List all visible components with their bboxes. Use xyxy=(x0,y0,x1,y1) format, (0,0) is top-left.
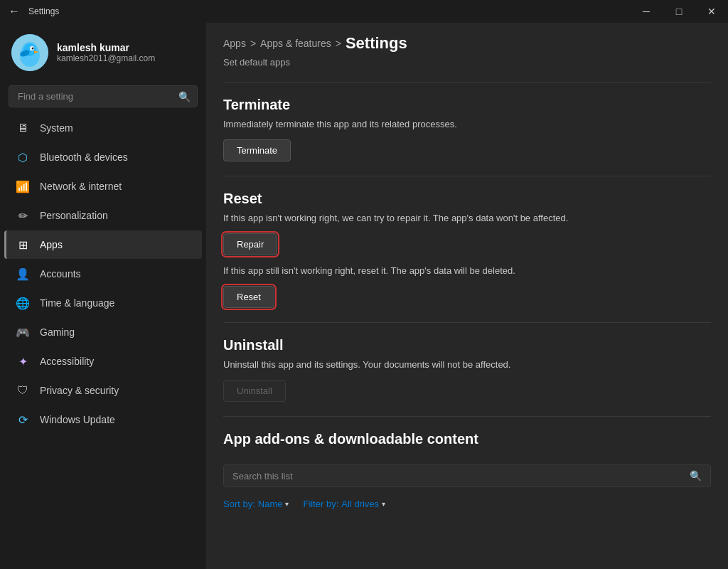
sidebar-item-gaming[interactable]: 🎮 Gaming xyxy=(4,318,202,346)
filter-label: Filter by: xyxy=(303,499,338,509)
search-input[interactable] xyxy=(9,85,198,107)
avatar xyxy=(11,34,48,71)
breadcrumb-apps[interactable]: Apps xyxy=(223,38,246,49)
sidebar-item-label-privacy: Privacy & security xyxy=(40,385,119,396)
breadcrumb-settings: Settings xyxy=(346,34,407,53)
reset-section: Reset If this app isn't working right, w… xyxy=(206,179,728,319)
terminate-title: Terminate xyxy=(223,97,711,113)
personalization-icon: ✏ xyxy=(16,208,30,223)
sort-label: Sort by: xyxy=(223,499,255,509)
set-default-text: Set default apps xyxy=(206,55,728,79)
divider-2 xyxy=(223,322,711,323)
back-icon[interactable]: ← xyxy=(9,5,20,18)
sidebar-item-label-personalization: Personalization xyxy=(40,210,108,221)
sidebar-item-bluetooth[interactable]: ⬡ Bluetooth & devices xyxy=(4,143,202,171)
sort-chevron-icon: ▾ xyxy=(285,500,289,508)
sidebar-item-apps[interactable]: ⊞ Apps xyxy=(4,230,202,259)
titlebar: ← Settings ─ □ ✕ xyxy=(0,0,728,23)
addons-section: App add-ons & downloadable content xyxy=(206,420,728,464)
breadcrumb: Apps > Apps & features > Settings xyxy=(206,23,728,55)
minimize-button[interactable]: ─ xyxy=(630,0,663,23)
sidebar-item-label-apps: Apps xyxy=(40,239,63,250)
breadcrumb-apps-features[interactable]: Apps & features xyxy=(260,38,331,49)
sidebar-item-label-time: Time & language xyxy=(40,297,114,309)
sidebar-item-label-accessibility: Accessibility xyxy=(40,356,94,367)
user-profile[interactable]: kamlesh kumar kamlesh2011@gmail.com xyxy=(0,23,206,83)
svg-point-5 xyxy=(32,48,34,50)
sidebar-item-privacy[interactable]: 🛡 Privacy & security xyxy=(4,376,202,405)
sidebar-item-network[interactable]: 📶 Network & internet xyxy=(4,172,202,201)
sidebar: kamlesh kumar kamlesh2011@gmail.com 🔍 🖥 … xyxy=(0,23,206,569)
sidebar-item-time[interactable]: 🌐 Time & language xyxy=(4,289,202,317)
user-email: kamlesh2011@gmail.com xyxy=(57,53,155,63)
sort-by[interactable]: Sort by: Name ▾ xyxy=(223,499,289,509)
maximize-button[interactable]: □ xyxy=(663,0,695,23)
sidebar-item-accounts[interactable]: 👤 Accounts xyxy=(4,260,202,288)
sidebar-item-system[interactable]: 🖥 System xyxy=(4,114,202,142)
filter-chevron-icon: ▾ xyxy=(382,500,385,508)
reset-title: Reset xyxy=(223,191,711,207)
terminate-section: Terminate Immediately terminate this app… xyxy=(206,85,728,173)
update-icon: ⟳ xyxy=(16,413,30,427)
terminate-description: Immediately terminate this app and its r… xyxy=(223,119,711,129)
breadcrumb-sep1: > xyxy=(250,38,256,49)
search-list-input[interactable] xyxy=(232,471,684,482)
sidebar-item-label-system: System xyxy=(40,122,73,134)
sidebar-nav: 🖥 System ⬡ Bluetooth & devices 📶 Network… xyxy=(0,113,206,435)
sidebar-item-update[interactable]: ⟳ Windows Update xyxy=(4,405,202,434)
sidebar-item-personalization[interactable]: ✏ Personalization xyxy=(4,201,202,230)
search-list-icon: 🔍 xyxy=(690,470,702,482)
sidebar-item-accessibility[interactable]: ✦ Accessibility xyxy=(4,347,202,376)
accounts-icon: 👤 xyxy=(16,267,30,281)
filter-by[interactable]: Filter by: All drives ▾ xyxy=(303,499,385,509)
search-list-container: 🔍 xyxy=(206,464,728,493)
system-icon: 🖥 xyxy=(16,121,30,135)
wifi-icon: 📶 xyxy=(16,179,30,193)
apps-icon: ⊞ xyxy=(16,238,30,252)
filter-value: All drives xyxy=(341,499,379,509)
content-area: Apps > Apps & features > Settings Set de… xyxy=(206,23,728,569)
sort-filter-row: Sort by: Name ▾ Filter by: All drives ▾ xyxy=(206,493,728,521)
divider-3 xyxy=(223,416,711,417)
sidebar-item-label-accounts: Accounts xyxy=(40,268,81,280)
sidebar-item-label-network: Network & internet xyxy=(40,181,122,192)
sort-value: Name xyxy=(258,499,283,509)
addons-title: App add-ons & downloadable content xyxy=(223,431,711,447)
sidebar-item-label-update: Windows Update xyxy=(40,414,115,425)
titlebar-left: ← Settings xyxy=(9,5,59,18)
sidebar-item-label-bluetooth: Bluetooth & devices xyxy=(40,151,128,163)
gaming-icon: 🎮 xyxy=(16,325,30,339)
accessibility-icon: ✦ xyxy=(16,354,30,368)
reset-button[interactable]: Reset xyxy=(223,286,274,308)
divider-1 xyxy=(223,176,711,176)
sidebar-item-label-gaming: Gaming xyxy=(40,326,75,338)
user-info: kamlesh kumar kamlesh2011@gmail.com xyxy=(57,42,155,63)
uninstall-description: Uninstall this app and its settings. You… xyxy=(223,359,711,370)
titlebar-title: Settings xyxy=(28,6,59,16)
terminate-button[interactable]: Terminate xyxy=(223,139,291,161)
uninstall-button[interactable]: Uninstall xyxy=(223,380,286,402)
divider-top xyxy=(223,82,711,83)
reset-description2: If this app still isn't working right, r… xyxy=(223,265,711,276)
titlebar-controls: ─ □ ✕ xyxy=(630,0,728,23)
time-icon: 🌐 xyxy=(16,296,30,310)
uninstall-title: Uninstall xyxy=(223,337,711,353)
main-layout: kamlesh kumar kamlesh2011@gmail.com 🔍 🖥 … xyxy=(0,23,728,569)
breadcrumb-sep2: > xyxy=(336,38,341,49)
close-button[interactable]: ✕ xyxy=(695,0,728,23)
sidebar-search[interactable]: 🔍 xyxy=(9,85,198,107)
uninstall-section: Uninstall Uninstall this app and its set… xyxy=(206,326,728,413)
search-list-box: 🔍 xyxy=(223,464,711,487)
privacy-icon: 🛡 xyxy=(16,383,30,398)
reset-description1: If this app isn't working right, we can … xyxy=(223,213,711,223)
bluetooth-icon: ⬡ xyxy=(16,150,30,164)
repair-button[interactable]: Repair xyxy=(223,233,277,255)
user-name: kamlesh kumar xyxy=(57,42,155,53)
